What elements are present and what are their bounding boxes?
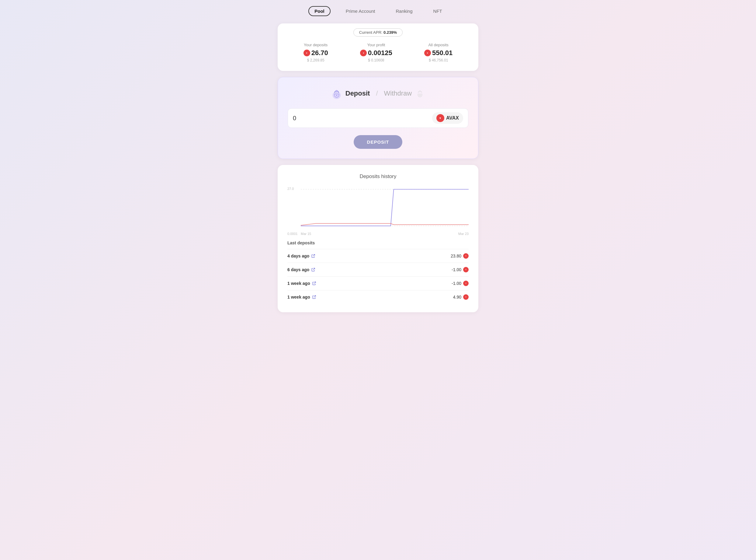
stat-your-deposits: Your deposits 26.70 $ 2,269.85 bbox=[303, 43, 328, 62]
avax-small-icon-1 bbox=[463, 267, 469, 273]
avax-icon-profit bbox=[360, 49, 367, 56]
tab-pool[interactable]: Pool bbox=[308, 6, 331, 16]
apr-value: 0.239% bbox=[383, 30, 397, 35]
your-profit-value: 0.00125 bbox=[360, 49, 392, 57]
avax-icon-all bbox=[424, 49, 431, 56]
your-deposits-usd: $ 2,269.85 bbox=[303, 58, 328, 62]
stats-row: Your deposits 26.70 $ 2,269.85 Your prof… bbox=[287, 43, 469, 62]
avax-badge-icon bbox=[436, 114, 444, 122]
all-deposits-usd: $ 46,756.01 bbox=[424, 58, 453, 62]
deposit-amount-3: 4.90 bbox=[453, 294, 469, 300]
deposit-row: 1 week ago 4.90 bbox=[287, 290, 469, 304]
amount-input[interactable] bbox=[293, 115, 432, 122]
chart-y-top: 27.0 bbox=[287, 187, 298, 191]
chart-x-left: Mar 15 bbox=[301, 232, 311, 236]
ext-link-icon-0[interactable] bbox=[311, 254, 315, 258]
withdraw-label: Withdraw bbox=[384, 89, 412, 97]
withdraw-bag-icon bbox=[414, 88, 426, 99]
deposit-withdraw-card: Deposit / Withdraw AVAX bbox=[278, 77, 478, 159]
history-title: Deposits history bbox=[287, 174, 469, 180]
withdraw-tab[interactable]: Withdraw bbox=[384, 88, 426, 99]
last-deposits-label: Last deposits bbox=[287, 240, 469, 245]
svg-line-13 bbox=[314, 296, 316, 297]
avax-small-icon-2 bbox=[463, 281, 469, 286]
deposit-time-3: 1 week ago bbox=[287, 295, 316, 299]
deposit-row: 1 week ago -1.00 bbox=[287, 276, 469, 290]
deposit-rows: 4 days ago 23.80 6 days ago bbox=[287, 249, 469, 304]
svg-point-7 bbox=[420, 95, 421, 96]
amount-input-row: AVAX bbox=[288, 108, 468, 128]
chart-svg-area bbox=[301, 187, 469, 229]
all-deposits-value: 550.01 bbox=[424, 49, 453, 57]
ext-link-icon-3[interactable] bbox=[312, 295, 316, 299]
stat-your-profit: Your profit 0.00125 $ 0.10608 bbox=[360, 43, 392, 62]
apr-card: Current APR: 0.239% Your deposits 26.70 … bbox=[278, 23, 478, 71]
chart-y-bottom: 0.0001 bbox=[287, 232, 298, 236]
nav-tabs: Pool Prime Account Ranking NFT bbox=[308, 6, 447, 16]
chart-x-right: Mar 23 bbox=[458, 232, 469, 236]
chart-y-labels: 27.0 0.0001 bbox=[287, 187, 298, 236]
deposit-row: 6 days ago -1.00 bbox=[287, 263, 469, 276]
deposit-label: Deposit bbox=[345, 89, 370, 97]
svg-point-1 bbox=[336, 91, 338, 92]
deposit-time-0: 4 days ago bbox=[287, 254, 315, 258]
deposit-bag-icon bbox=[330, 87, 343, 100]
chart-x-labels: Mar 15 Mar 23 bbox=[301, 232, 469, 236]
your-profit-usd: $ 0.10608 bbox=[360, 58, 392, 62]
svg-point-4 bbox=[419, 91, 421, 92]
deposit-amount-0: 23.80 bbox=[451, 253, 469, 259]
avax-badge-text: AVAX bbox=[446, 115, 459, 121]
ext-link-icon-1[interactable] bbox=[311, 267, 315, 272]
deposit-time-1: 6 days ago bbox=[287, 267, 315, 272]
deposit-button[interactable]: DEPOSIT bbox=[354, 135, 402, 149]
svg-line-10 bbox=[313, 255, 315, 256]
your-profit-label: Your profit bbox=[360, 43, 392, 47]
tab-divider: / bbox=[376, 89, 378, 97]
deposit-row: 4 days ago 23.80 bbox=[287, 249, 469, 263]
deposit-amount-2: -1.00 bbox=[451, 281, 469, 286]
tab-nft[interactable]: NFT bbox=[428, 7, 448, 16]
svg-line-11 bbox=[313, 268, 315, 270]
deposit-amount-1: -1.00 bbox=[451, 267, 469, 273]
ext-link-icon-2[interactable] bbox=[312, 281, 316, 285]
avax-small-icon-0 bbox=[463, 253, 469, 259]
your-deposits-value: 26.70 bbox=[303, 49, 328, 57]
tab-prime-account[interactable]: Prime Account bbox=[340, 7, 381, 16]
apr-label: Current APR: bbox=[359, 30, 382, 35]
your-deposits-label: Your deposits bbox=[303, 43, 328, 47]
history-card: Deposits history 27.0 0.0001 Mar 15 Mar … bbox=[278, 165, 478, 312]
all-deposits-label: All deposits bbox=[424, 43, 453, 47]
deposit-withdraw-header: Deposit / Withdraw bbox=[288, 87, 468, 100]
avax-token-badge: AVAX bbox=[432, 112, 463, 124]
deposit-time-2: 1 week ago bbox=[287, 281, 316, 286]
avax-icon-deposits bbox=[303, 49, 310, 56]
deposit-tab[interactable]: Deposit bbox=[330, 87, 370, 100]
tab-ranking[interactable]: Ranking bbox=[391, 7, 418, 16]
svg-line-12 bbox=[314, 282, 316, 284]
avax-small-icon-3 bbox=[463, 294, 469, 300]
stat-all-deposits: All deposits 550.01 $ 46,756.01 bbox=[424, 43, 453, 62]
chart-container: 27.0 0.0001 Mar 15 Mar 23 bbox=[287, 187, 469, 236]
apr-badge: Current APR: 0.239% bbox=[287, 28, 469, 37]
